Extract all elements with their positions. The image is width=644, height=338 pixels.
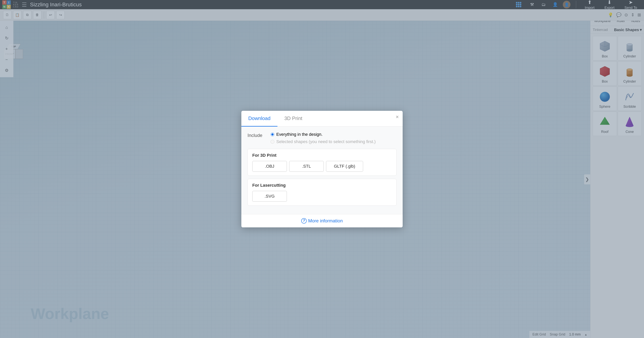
section-lasercutting-title: For Lasercutting [252,183,392,188]
tab-download[interactable]: Download [241,111,278,126]
radio-all-label: Everything in the design. [276,132,322,137]
include-options: Everything in the design. Selected shape… [270,132,376,144]
include-section: Include Everything in the design. Select… [248,132,396,144]
section-3dprint: For 3D Print .OBJ .STL GLTF (.glb) [248,149,396,176]
more-information-link[interactable]: ? More information [301,218,343,224]
btn-svg[interactable]: .SVG [252,191,287,202]
btn-stl[interactable]: .STL [289,161,324,172]
section-lasercutting: For Lasercutting .SVG [248,179,396,206]
modal-header: Download 3D Print × [241,111,403,126]
radio-all-option[interactable]: Everything in the design. [270,132,376,137]
radio-selected-input[interactable] [270,140,274,144]
radio-selected-option[interactable]: Selected shapes (you need to select some… [270,139,376,144]
btn-gltf[interactable]: GLTF (.glb) [326,161,363,172]
modal-overlay[interactable]: Download 3D Print × Include Everything i… [0,0,644,338]
radio-selected-label: Selected shapes (you need to select some… [276,139,376,144]
format-buttons-laser: .SVG [252,191,392,202]
btn-obj[interactable]: .OBJ [252,161,287,172]
more-information-label: More information [308,218,343,224]
more-information-icon: ? [301,218,307,224]
modal-body: Include Everything in the design. Select… [241,126,403,214]
modal-footer: ? More information [241,214,403,228]
format-buttons-3dprint: .OBJ .STL GLTF (.glb) [252,161,392,172]
tab-3dprint[interactable]: 3D Print [278,111,309,126]
download-modal: Download 3D Print × Include Everything i… [241,111,403,228]
include-label: Include [248,132,267,138]
radio-all-input[interactable] [270,132,274,136]
section-3dprint-title: For 3D Print [252,153,392,158]
modal-close-button[interactable]: × [396,114,399,120]
